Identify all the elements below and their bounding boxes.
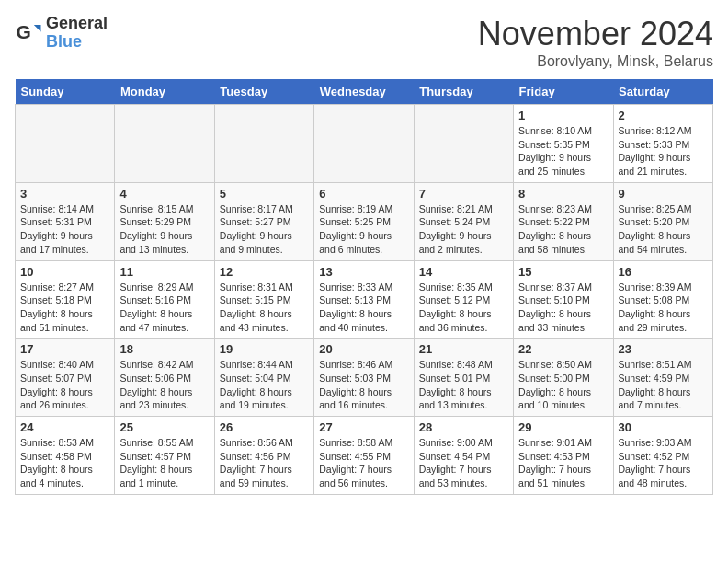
weekday-header-wednesday: Wednesday bbox=[314, 79, 414, 105]
logo-icon: G bbox=[15, 19, 42, 47]
calendar-cell: 26Sunrise: 8:56 AM Sunset: 4:56 PM Dayli… bbox=[214, 417, 313, 495]
logo-blue-text: Blue bbox=[46, 33, 108, 52]
weekday-header-monday: Monday bbox=[115, 79, 214, 105]
calendar-cell: 10Sunrise: 8:27 AM Sunset: 5:18 PM Dayli… bbox=[16, 260, 115, 339]
calendar-cell: 21Sunrise: 8:48 AM Sunset: 5:01 PM Dayli… bbox=[414, 339, 513, 417]
weekday-header-friday: Friday bbox=[514, 79, 613, 105]
day-number: 3 bbox=[20, 187, 109, 201]
day-number: 14 bbox=[419, 265, 508, 279]
day-number: 1 bbox=[518, 109, 608, 122]
svg-marker-2 bbox=[34, 25, 41, 32]
weekday-header-tuesday: Tuesday bbox=[214, 79, 313, 105]
header: G General Blue November 2024 Borovlyany,… bbox=[15, 15, 713, 70]
calendar-cell: 7Sunrise: 8:21 AM Sunset: 5:24 PM Daylig… bbox=[414, 182, 513, 260]
title-area: November 2024 Borovlyany, Minsk, Belarus bbox=[478, 15, 713, 70]
calendar-cell: 1Sunrise: 8:10 AM Sunset: 5:35 PM Daylig… bbox=[514, 105, 613, 183]
day-number: 2 bbox=[619, 109, 708, 122]
calendar-cell: 3Sunrise: 8:14 AM Sunset: 5:31 PM Daylig… bbox=[16, 182, 115, 260]
day-info: Sunrise: 8:58 AM Sunset: 4:55 PM Dayligh… bbox=[319, 436, 408, 490]
week-row-2: 3Sunrise: 8:14 AM Sunset: 5:31 PM Daylig… bbox=[16, 182, 713, 260]
day-info: Sunrise: 8:12 AM Sunset: 5:33 PM Dayligh… bbox=[619, 124, 708, 178]
calendar-cell: 5Sunrise: 8:17 AM Sunset: 5:27 PM Daylig… bbox=[214, 182, 313, 260]
calendar-cell: 20Sunrise: 8:46 AM Sunset: 5:03 PM Dayli… bbox=[314, 339, 414, 417]
logo: G General Blue bbox=[15, 15, 108, 52]
calendar-cell: 18Sunrise: 8:42 AM Sunset: 5:06 PM Dayli… bbox=[115, 339, 214, 417]
calendar-cell: 19Sunrise: 8:44 AM Sunset: 5:04 PM Dayli… bbox=[214, 339, 313, 417]
day-info: Sunrise: 8:44 AM Sunset: 5:04 PM Dayligh… bbox=[220, 358, 309, 412]
calendar-cell bbox=[214, 105, 313, 183]
day-info: Sunrise: 9:03 AM Sunset: 4:52 PM Dayligh… bbox=[619, 436, 708, 490]
calendar-cell: 11Sunrise: 8:29 AM Sunset: 5:16 PM Dayli… bbox=[115, 260, 214, 339]
day-info: Sunrise: 8:27 AM Sunset: 5:18 PM Dayligh… bbox=[20, 281, 109, 335]
day-number: 18 bbox=[119, 342, 209, 356]
day-info: Sunrise: 8:35 AM Sunset: 5:12 PM Dayligh… bbox=[419, 281, 508, 335]
day-info: Sunrise: 8:29 AM Sunset: 5:16 PM Dayligh… bbox=[119, 281, 209, 335]
day-info: Sunrise: 8:48 AM Sunset: 5:01 PM Dayligh… bbox=[419, 358, 508, 412]
day-info: Sunrise: 8:53 AM Sunset: 4:58 PM Dayligh… bbox=[20, 436, 109, 490]
day-number: 6 bbox=[319, 187, 408, 201]
day-info: Sunrise: 8:50 AM Sunset: 5:00 PM Dayligh… bbox=[518, 358, 608, 412]
day-number: 15 bbox=[518, 265, 608, 279]
calendar-cell: 8Sunrise: 8:23 AM Sunset: 5:22 PM Daylig… bbox=[514, 182, 613, 260]
weekday-header-row: SundayMondayTuesdayWednesdayThursdayFrid… bbox=[16, 79, 713, 105]
calendar-cell: 24Sunrise: 8:53 AM Sunset: 4:58 PM Dayli… bbox=[16, 417, 115, 495]
calendar-cell: 4Sunrise: 8:15 AM Sunset: 5:29 PM Daylig… bbox=[115, 182, 214, 260]
day-info: Sunrise: 8:40 AM Sunset: 5:07 PM Dayligh… bbox=[20, 358, 109, 412]
calendar-cell: 22Sunrise: 8:50 AM Sunset: 5:00 PM Dayli… bbox=[514, 339, 613, 417]
day-info: Sunrise: 8:17 AM Sunset: 5:27 PM Dayligh… bbox=[220, 202, 309, 257]
day-number: 23 bbox=[619, 342, 708, 356]
calendar-cell bbox=[314, 105, 414, 183]
location: Borovlyany, Minsk, Belarus bbox=[478, 53, 713, 70]
day-info: Sunrise: 8:21 AM Sunset: 5:24 PM Dayligh… bbox=[419, 202, 508, 257]
day-info: Sunrise: 8:31 AM Sunset: 5:15 PM Dayligh… bbox=[220, 281, 309, 335]
day-info: Sunrise: 8:14 AM Sunset: 5:31 PM Dayligh… bbox=[20, 202, 109, 257]
calendar-cell: 25Sunrise: 8:55 AM Sunset: 4:57 PM Dayli… bbox=[115, 417, 214, 495]
day-number: 17 bbox=[20, 342, 109, 356]
calendar-cell: 13Sunrise: 8:33 AM Sunset: 5:13 PM Dayli… bbox=[314, 260, 414, 339]
calendar-cell: 2Sunrise: 8:12 AM Sunset: 5:33 PM Daylig… bbox=[613, 105, 712, 183]
week-row-5: 24Sunrise: 8:53 AM Sunset: 4:58 PM Dayli… bbox=[16, 417, 713, 495]
day-info: Sunrise: 8:56 AM Sunset: 4:56 PM Dayligh… bbox=[220, 436, 309, 490]
weekday-header-thursday: Thursday bbox=[414, 79, 513, 105]
month-title: November 2024 bbox=[478, 15, 713, 53]
day-number: 11 bbox=[119, 265, 209, 279]
calendar-cell: 23Sunrise: 8:51 AM Sunset: 4:59 PM Dayli… bbox=[613, 339, 712, 417]
day-number: 20 bbox=[319, 342, 408, 356]
day-number: 30 bbox=[619, 420, 708, 434]
week-row-3: 10Sunrise: 8:27 AM Sunset: 5:18 PM Dayli… bbox=[16, 260, 713, 339]
logo-text: General Blue bbox=[46, 15, 108, 52]
day-number: 29 bbox=[518, 420, 608, 434]
day-number: 13 bbox=[319, 265, 408, 279]
day-number: 10 bbox=[20, 265, 109, 279]
week-row-4: 17Sunrise: 8:40 AM Sunset: 5:07 PM Dayli… bbox=[16, 339, 713, 417]
day-info: Sunrise: 9:00 AM Sunset: 4:54 PM Dayligh… bbox=[419, 436, 508, 490]
day-info: Sunrise: 8:25 AM Sunset: 5:20 PM Dayligh… bbox=[619, 202, 708, 257]
calendar-cell: 9Sunrise: 8:25 AM Sunset: 5:20 PM Daylig… bbox=[613, 182, 712, 260]
calendar-cell bbox=[414, 105, 513, 183]
day-number: 5 bbox=[220, 187, 309, 201]
logo-general-text: General bbox=[46, 15, 108, 33]
calendar-cell: 17Sunrise: 8:40 AM Sunset: 5:07 PM Dayli… bbox=[16, 339, 115, 417]
day-number: 26 bbox=[220, 420, 309, 434]
day-number: 9 bbox=[619, 187, 708, 201]
svg-text:G: G bbox=[17, 21, 31, 42]
calendar-cell: 14Sunrise: 8:35 AM Sunset: 5:12 PM Dayli… bbox=[414, 260, 513, 339]
day-number: 21 bbox=[419, 342, 508, 356]
calendar-cell: 15Sunrise: 8:37 AM Sunset: 5:10 PM Dayli… bbox=[514, 260, 613, 339]
day-number: 12 bbox=[220, 265, 309, 279]
calendar-cell bbox=[16, 105, 115, 183]
day-info: Sunrise: 8:42 AM Sunset: 5:06 PM Dayligh… bbox=[119, 358, 209, 412]
calendar-cell bbox=[115, 105, 214, 183]
day-info: Sunrise: 8:37 AM Sunset: 5:10 PM Dayligh… bbox=[518, 281, 608, 335]
calendar-cell: 16Sunrise: 8:39 AM Sunset: 5:08 PM Dayli… bbox=[613, 260, 712, 339]
calendar-cell: 29Sunrise: 9:01 AM Sunset: 4:53 PM Dayli… bbox=[514, 417, 613, 495]
calendar-cell: 27Sunrise: 8:58 AM Sunset: 4:55 PM Dayli… bbox=[314, 417, 414, 495]
weekday-header-saturday: Saturday bbox=[613, 79, 712, 105]
day-number: 24 bbox=[20, 420, 109, 434]
day-info: Sunrise: 8:15 AM Sunset: 5:29 PM Dayligh… bbox=[119, 202, 209, 257]
day-info: Sunrise: 8:23 AM Sunset: 5:22 PM Dayligh… bbox=[518, 202, 608, 257]
day-info: Sunrise: 8:46 AM Sunset: 5:03 PM Dayligh… bbox=[319, 358, 408, 412]
day-info: Sunrise: 8:19 AM Sunset: 5:25 PM Dayligh… bbox=[319, 202, 408, 257]
day-number: 19 bbox=[220, 342, 309, 356]
day-number: 28 bbox=[419, 420, 508, 434]
